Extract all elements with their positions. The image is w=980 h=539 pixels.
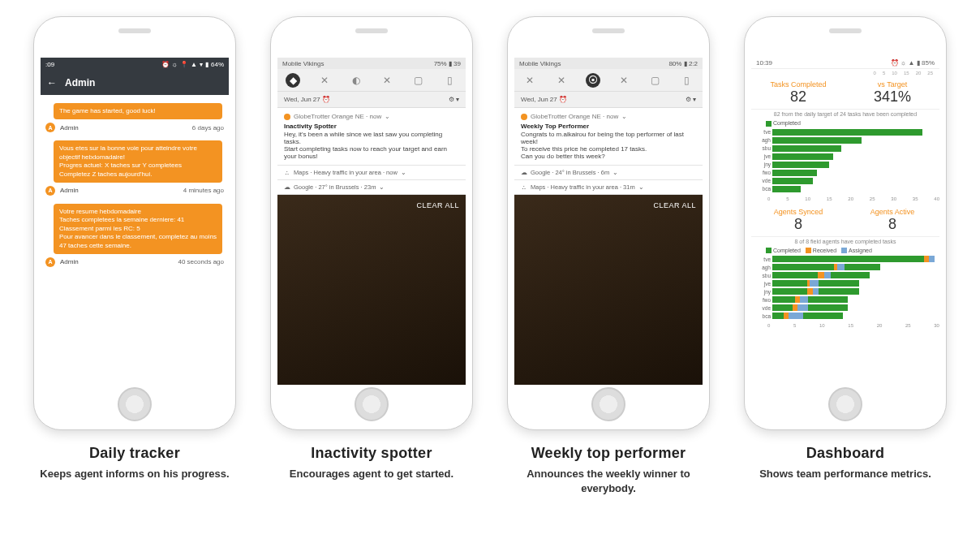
quick-settings: ◆ ✕ ◐ ✕ ▢ ▯	[277, 69, 466, 92]
axis-tick: 25	[905, 323, 911, 328]
status-battery: 75%	[434, 60, 447, 67]
alarm-icon: ⏰	[161, 61, 170, 68]
status-bar: 10:39 ⏰ ☼ ▲ ▮ 85%	[751, 58, 939, 69]
chart-row: bca	[756, 185, 935, 193]
shade-footer: CLEAR ALL	[514, 195, 703, 385]
settings-icon[interactable]: ⚙	[449, 96, 454, 103]
back-icon[interactable]: ←	[47, 77, 57, 88]
chart-row: bca	[756, 312, 935, 320]
chat-body: The game has started, good luck! A Admin…	[41, 95, 229, 385]
rotation-toggle-icon[interactable]: ▢	[648, 73, 663, 88]
notification-summary: Google · 27° in Brussels · 23m	[294, 183, 376, 191]
chart-row: fwo	[756, 295, 935, 304]
status-time: :09	[45, 61, 54, 68]
axis-tick: 10	[805, 196, 810, 201]
chart-segment	[824, 272, 831, 278]
settings-icon[interactable]: ⚙	[686, 96, 691, 103]
chart-segment	[772, 304, 793, 311]
chart-row: tve	[756, 128, 935, 136]
kpi-note: 82 from the daily target of 24 tasks hav…	[751, 110, 939, 120]
chart-row-label: sbu	[756, 145, 771, 151]
chart-row-label: jny	[756, 162, 771, 167]
sender-name: Admin	[60, 258, 174, 265]
weather-icon: ☁	[284, 183, 290, 191]
chart-bar	[772, 137, 862, 144]
kpi-label: Agents Synced	[751, 208, 845, 216]
kpi-label: Tasks Completed	[751, 80, 845, 88]
chart-segment	[772, 288, 807, 295]
chart-bar	[772, 162, 829, 168]
notification-row[interactable]: ☁ Google · 24° in Brussels · 6m ⌄	[514, 166, 703, 180]
carrier-label: Mobile Vikings	[282, 60, 324, 67]
chevron-down-icon[interactable]: ⌄	[401, 169, 406, 176]
chart-segment	[797, 304, 807, 311]
kpi-row: Tasks Completed 82 vs Target 341%	[751, 77, 939, 110]
kpi-value: 8	[845, 216, 939, 233]
location-icon: 📍	[180, 61, 188, 68]
chart-bar	[772, 272, 870, 278]
axis-tick: 15	[827, 196, 832, 201]
clear-all-button[interactable]: CLEAR ALL	[653, 201, 696, 209]
chat-meta: A Admin 6 days ago	[45, 121, 224, 137]
chart-segment	[772, 178, 783, 184]
chart-bar	[772, 145, 841, 152]
app-bar: ← Admin	[41, 71, 229, 95]
rotation-toggle-icon[interactable]: ▢	[411, 73, 426, 88]
weather-icon: ☁	[521, 169, 527, 176]
carrier-label: Mobile Vikings	[519, 60, 561, 67]
notification-app-row: GlobeTrotter Orange NE · now ⌄	[521, 113, 696, 120]
notification-row[interactable]: ⛬ Maps · Heavy traffic in your area · no…	[277, 166, 466, 180]
caption-sub: Keeps agent informs on his progress.	[40, 467, 229, 481]
notification-card[interactable]: GlobeTrotter Orange NE · now ⌄ Inactivit…	[277, 108, 466, 166]
chart-segment	[772, 272, 818, 278]
notification-row[interactable]: ☁ Google · 27° in Brussels · 23m ⌄	[277, 180, 466, 195]
chart-row-label: tve	[756, 257, 771, 262]
chart-segment	[772, 129, 911, 136]
chevron-down-icon[interactable]: ⌄	[379, 183, 385, 191]
notification-app: GlobeTrotter Orange NE · now	[294, 113, 381, 120]
dnd-toggle-icon[interactable]: ◐	[349, 73, 363, 88]
chart-bar	[772, 129, 922, 136]
chevron-down-icon[interactable]: ⌄	[621, 113, 627, 120]
axis-tick: 25	[870, 196, 875, 201]
wifi-toggle-icon[interactable]: ✕	[522, 73, 537, 88]
notification-app: GlobeTrotter Orange NE · now	[531, 113, 618, 120]
bluetooth-toggle-icon[interactable]: ✕	[317, 73, 332, 88]
battery-saver-icon[interactable]: ▯	[680, 73, 694, 88]
axis-tick: 5	[793, 323, 796, 328]
clear-all-button[interactable]: CLEAR ALL	[416, 201, 459, 209]
notification-title: Inactivity Spotter	[284, 123, 459, 130]
kpi-value: 341%	[845, 88, 939, 106]
axis-tick: 0	[767, 196, 770, 201]
axis-tick: 20	[848, 196, 853, 201]
maps-icon: ⛬	[521, 183, 527, 191]
legend-item: Assigned	[849, 248, 872, 253]
battery-saver-icon[interactable]: ▯	[443, 73, 458, 88]
chart-bar	[772, 153, 833, 160]
chart-row-label: tve	[756, 129, 771, 135]
chart-row-label: agh	[756, 137, 771, 143]
status-battery: 85%	[922, 59, 935, 67]
sender-name: Admin	[60, 124, 187, 132]
dnd-toggle-icon[interactable]: ⦿	[586, 73, 600, 88]
wifi-icon: ▾	[200, 61, 203, 68]
chevron-down-icon[interactable]: ⌄	[385, 113, 390, 120]
chevron-down-icon[interactable]: ⌄	[612, 169, 618, 176]
kpi-label: vs Target	[845, 80, 939, 88]
notification-row[interactable]: ⛬ Maps · Heavy traffic in your area · 31…	[514, 180, 703, 195]
flashlight-toggle-icon[interactable]: ✕	[617, 73, 631, 88]
brightness-icon: ☼	[172, 61, 178, 68]
notification-card[interactable]: GlobeTrotter Orange NE · now ⌄ Weekly To…	[514, 108, 703, 166]
notification-summary: Maps · Heavy traffic in your area · now	[294, 169, 398, 176]
flashlight-toggle-icon[interactable]: ✕	[380, 73, 394, 88]
chart-row: agh	[756, 136, 935, 144]
status-battery: 64%	[211, 61, 224, 68]
kpi-label: Agents Active	[845, 208, 939, 216]
chevron-down-icon[interactable]: ⌄	[638, 183, 644, 191]
bluetooth-toggle-icon[interactable]: ✕	[554, 73, 569, 88]
shade-footer: CLEAR ALL	[277, 195, 466, 385]
axis-tick: 10	[819, 323, 825, 328]
wifi-toggle-icon[interactable]: ◆	[286, 73, 300, 88]
sender-name: Admin	[60, 187, 178, 194]
chart-row: jve	[756, 153, 935, 161]
